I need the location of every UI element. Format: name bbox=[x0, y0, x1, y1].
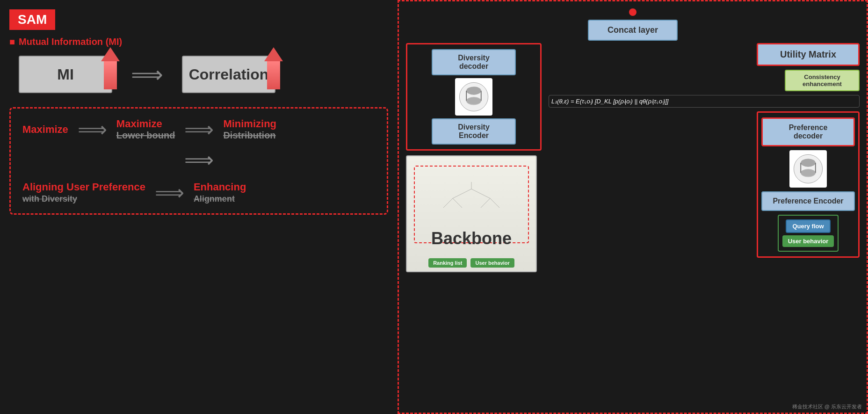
mi-heading: Mutual Information (MI) bbox=[9, 36, 388, 47]
arrow-right-1: ⟹ bbox=[131, 61, 163, 87]
alignment-label: Alignment bbox=[194, 194, 246, 204]
util-top: Utility Matrix bbox=[549, 43, 860, 66]
right-inner: Concat layer Diversity decoder bbox=[406, 8, 860, 406]
backbone-box: Backbone Ranking list User behavior bbox=[406, 155, 537, 272]
lower-bound: Lower bound bbox=[116, 130, 175, 141]
content-area: Diversity decoder bbox=[406, 43, 860, 406]
maximize-lower: Maximize bbox=[116, 118, 175, 130]
diversity-neural-icon bbox=[455, 78, 492, 116]
consistency-row: Consistency enhancement bbox=[549, 70, 860, 91]
preference-area: Preference decoder bbox=[757, 111, 860, 258]
svg-point-18 bbox=[801, 170, 816, 176]
minimizing-label: Minimizing bbox=[223, 118, 276, 130]
red-dot bbox=[629, 8, 637, 16]
utility-matrix-box: Utility Matrix bbox=[757, 43, 860, 66]
query-flow-box[interactable]: Query flow bbox=[786, 219, 830, 233]
arrow-right-4: ⟹ bbox=[155, 182, 184, 203]
svg-line-8 bbox=[471, 189, 490, 198]
svg-line-12 bbox=[490, 198, 499, 208]
right-panel: Concat layer Diversity decoder bbox=[398, 0, 868, 414]
user-behavior-pref-btn[interactable]: User behavior bbox=[782, 235, 834, 247]
user-behavior-btn-backbone[interactable]: User behavior bbox=[470, 258, 514, 268]
preference-neural-icon bbox=[789, 150, 827, 188]
formula-box: L₁(θ,ε) = E(τᵢ,oᵢ) [D_KL [p(ρᵢ|oᵢ) || qθ… bbox=[549, 95, 860, 108]
bottom-area: Preference decoder bbox=[549, 111, 860, 258]
maximize-label: Maximize bbox=[22, 123, 68, 136]
consistency-box: Consistency enhancement bbox=[785, 70, 860, 91]
right-main-area: Utility Matrix Consistency enhancement L… bbox=[549, 43, 860, 406]
backbone-diagram-svg bbox=[425, 180, 518, 226]
svg-line-11 bbox=[481, 198, 490, 208]
flow-row-1: Maximize ⟹ Maximize Lower bound ⟹ Minimi… bbox=[22, 118, 375, 141]
arrow-right-3: ⟹ bbox=[184, 119, 214, 140]
left-panel: SAM Mutual Information (MI) MI ⟹ Correla… bbox=[0, 0, 398, 414]
sam-badge: SAM bbox=[9, 9, 55, 30]
enhancing-label: Enhancing bbox=[194, 181, 246, 193]
center-arrow: ⟹ bbox=[22, 148, 375, 172]
svg-point-14 bbox=[801, 159, 816, 167]
mi-box: MI bbox=[19, 56, 112, 93]
backbone-buttons: Ranking list User behavior bbox=[428, 258, 514, 268]
distribution-label: Distribution bbox=[223, 130, 276, 141]
left-diversity-area: Diversity decoder bbox=[406, 43, 542, 406]
main-container: SAM Mutual Information (MI) MI ⟹ Correla… bbox=[0, 0, 868, 414]
flow-row-2: Aligning User Preference with Diversity … bbox=[22, 181, 375, 204]
arrow-right-2: ⟹ bbox=[78, 119, 107, 140]
spacer bbox=[549, 111, 750, 258]
diversity-decoder-box: Diversity decoder bbox=[432, 49, 516, 75]
diversity-encoder-box: Diversity Encoder bbox=[432, 118, 516, 145]
mi-row: MI ⟹ Correlation bbox=[9, 56, 388, 93]
top-right: Concat layer bbox=[406, 8, 860, 41]
svg-point-1 bbox=[466, 87, 481, 95]
with-diversity-label: with Diversity bbox=[22, 194, 145, 204]
concat-box: Concat layer bbox=[588, 20, 678, 41]
aligning-label: Aligning User Preference bbox=[22, 181, 145, 193]
preference-decoder-box: Preference decoder bbox=[761, 117, 855, 146]
pref-green-section: Query flow User behavior bbox=[778, 215, 839, 252]
ranking-list-btn[interactable]: Ranking list bbox=[428, 258, 467, 268]
neural-svg-diversity bbox=[457, 80, 490, 113]
diversity-inner-box: Diversity decoder bbox=[406, 43, 542, 151]
dashed-box: Maximize ⟹ Maximize Lower bound ⟹ Minimi… bbox=[9, 107, 388, 215]
svg-line-10 bbox=[453, 198, 462, 208]
backbone-label: Backbone bbox=[431, 229, 512, 248]
svg-point-5 bbox=[466, 98, 481, 104]
preference-encoder-box: Preference Encoder bbox=[761, 191, 855, 211]
watermark: 稀金技术社区 @ 乐东云开发者 bbox=[792, 403, 862, 410]
neural-svg-preference bbox=[792, 153, 825, 185]
svg-line-9 bbox=[443, 198, 453, 208]
svg-line-7 bbox=[453, 189, 471, 198]
correlation-box: Correlation bbox=[182, 56, 275, 93]
